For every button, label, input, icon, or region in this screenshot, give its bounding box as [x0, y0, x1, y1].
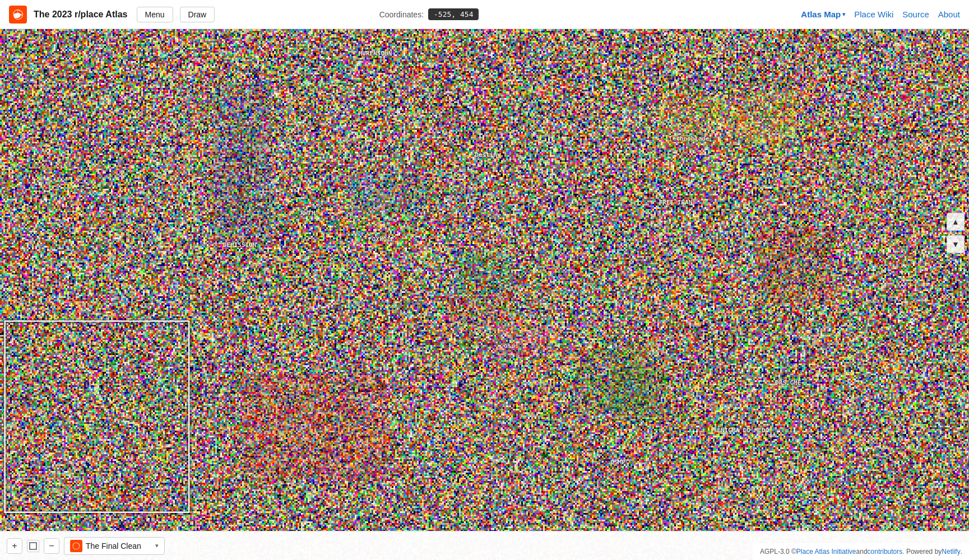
footer-end: .	[961, 548, 962, 556]
place-atlas-initiative-link[interactable]: Place Atlas Initiative	[796, 548, 856, 556]
footer-text: AGPL-3.0 © Place Atlas Initiative and co…	[753, 543, 969, 560]
atlas-map-dropdown[interactable]: Atlas Map ▾	[801, 10, 845, 19]
site-title: The 2023 r/place Atlas	[34, 10, 128, 20]
draw-button[interactable]: Draw	[180, 7, 215, 22]
footer-agpl: AGPL-3.0 ©	[760, 548, 796, 556]
zoom-out-button[interactable]: −	[44, 538, 59, 554]
scroll-down-arrow[interactable]: ▼	[947, 235, 965, 253]
zoom-in-button[interactable]: +	[7, 538, 22, 554]
entry-icon	[70, 540, 82, 552]
canvas-area[interactable]	[0, 29, 969, 560]
logo-icon	[12, 9, 24, 20]
coordinates-label: Coordinates:	[379, 10, 424, 19]
coordinates-section: Coordinates: -525, 454	[379, 8, 479, 20]
atlas-map-arrow: ▾	[842, 11, 845, 17]
navbar: The 2023 r/place Atlas Menu Draw Coordin…	[0, 0, 969, 29]
netlify-link[interactable]: Netlify	[942, 548, 960, 556]
entry-selector[interactable]: The Final Clean ▾	[64, 537, 165, 555]
atlas-map-label: Atlas Map	[801, 10, 841, 19]
footer-and: and	[856, 548, 868, 556]
source-link[interactable]: Source	[902, 10, 929, 19]
footer-powered: . Powered by	[902, 548, 942, 556]
coordinates-value: -525, 454	[428, 8, 479, 20]
canvas-overlay	[0, 29, 969, 560]
contributors-link[interactable]: contributors	[868, 548, 903, 556]
about-link[interactable]: About	[938, 10, 960, 19]
svg-rect-1	[30, 543, 36, 549]
entry-name: The Final Clean	[86, 542, 152, 550]
scroll-up-arrow[interactable]: ▲	[947, 213, 965, 231]
entry-logo-icon	[72, 542, 80, 550]
nav-links: Atlas Map ▾ Place Wiki Source About	[801, 10, 960, 19]
entry-chevron: ▾	[155, 542, 159, 549]
site-logo	[9, 6, 27, 24]
menu-button[interactable]: Menu	[137, 7, 173, 22]
reset-zoom-icon	[29, 542, 37, 550]
place-wiki-link[interactable]: Place Wiki	[854, 10, 893, 19]
reset-zoom-button[interactable]	[27, 540, 39, 552]
